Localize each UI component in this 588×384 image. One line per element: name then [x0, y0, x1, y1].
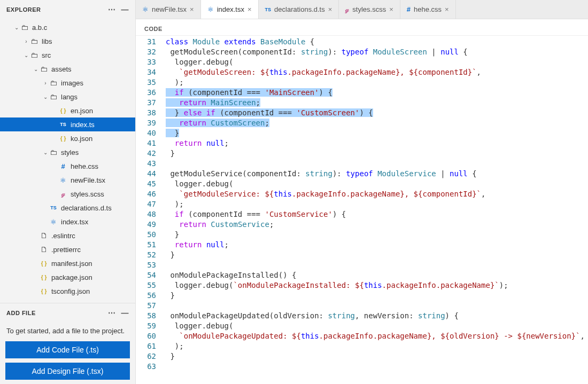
- file-item[interactable]: hehe.css: [0, 159, 135, 173]
- ts-icon: [49, 203, 58, 212]
- file-item[interactable]: index.ts: [0, 117, 135, 131]
- code-line[interactable]: getModuleService(componentId: string): t…: [163, 169, 588, 179]
- folder-icon: [49, 79, 58, 87]
- folder-icon: [30, 37, 38, 45]
- chevron-down-icon: ⌄: [42, 150, 49, 155]
- file-item[interactable]: package.json: [0, 270, 135, 284]
- code-line[interactable]: if (componentId === 'CustomService') {: [163, 209, 588, 220]
- code-line[interactable]: `getModuleService: ${this.packageInfo.pa…: [163, 189, 588, 199]
- file-item[interactable]: en.json: [0, 104, 135, 117]
- tab-styles-scss[interactable]: styles.scss×: [339, 0, 400, 19]
- tree-item-label: styles: [61, 148, 79, 156]
- folder-item[interactable]: ⌄langs: [0, 90, 135, 104]
- code-line[interactable]: );: [163, 199, 588, 209]
- code-line[interactable]: return CustomScreen;: [163, 118, 588, 128]
- tree-item-label: a.b.c: [32, 23, 47, 32]
- folder-icon: [49, 92, 58, 101]
- tab-label: declarations.d.ts: [274, 5, 325, 13]
- minimize-icon[interactable]: —: [121, 5, 129, 14]
- code-line[interactable]: [163, 260, 588, 270]
- line-number: 51: [136, 240, 156, 250]
- code-line[interactable]: onModulePackageUpdated(oldVersion: strin…: [163, 311, 588, 321]
- code-lines[interactable]: class Module extends BaseModule { getMod…: [163, 36, 588, 384]
- folder-item[interactable]: ⌄src: [0, 48, 135, 62]
- code-line[interactable]: onModulePackageInstalled() {: [163, 270, 588, 280]
- tsx-icon: [49, 217, 58, 226]
- more-icon[interactable]: ⋯: [108, 5, 116, 14]
- code-line[interactable]: getModuleScreen(componentId: string): ty…: [163, 47, 588, 57]
- line-gutter: 3132333435363738394041424344454647484950…: [136, 36, 163, 384]
- more-icon[interactable]: ⋯: [108, 309, 116, 317]
- line-number: 46: [136, 189, 156, 199]
- code-line[interactable]: }: [163, 148, 588, 159]
- tab-declarations-d-ts[interactable]: declarations.d.ts×: [259, 0, 339, 19]
- tsx-icon: [59, 176, 67, 184]
- file-item[interactable]: manifest.json: [0, 256, 135, 270]
- file-item[interactable]: index.tsx: [0, 215, 135, 229]
- close-icon[interactable]: ×: [247, 5, 252, 13]
- line-number: 35: [136, 77, 156, 88]
- file-item[interactable]: .prettierrc: [0, 242, 135, 256]
- add-code-file-button[interactable]: Add Code File (.ts): [5, 341, 130, 358]
- tab-index-tsx[interactable]: index.tsx×: [201, 0, 259, 19]
- code-line[interactable]: logger.debug(: [163, 57, 588, 67]
- code-line[interactable]: class Module extends BaseModule {: [163, 37, 588, 47]
- code-line[interactable]: return MainScreen;: [163, 98, 588, 108]
- code-line[interactable]: `onModulePackageUpdated: ${this.packageI…: [163, 331, 588, 341]
- close-icon[interactable]: ×: [190, 5, 194, 13]
- folder-item[interactable]: ⌄assets: [0, 62, 135, 76]
- line-number: 54: [136, 270, 156, 280]
- main-area: newFile.tsx×index.tsx×declarations.d.ts×…: [136, 0, 588, 384]
- code-line[interactable]: `getModuleScreen: ${this.packageInfo.pac…: [163, 67, 588, 77]
- code-line[interactable]: );: [163, 77, 588, 88]
- json-icon: [59, 106, 67, 115]
- addfile-header: ADD FILE ⋯ —: [0, 303, 135, 323]
- code-line[interactable]: return CustomService;: [163, 220, 588, 230]
- line-number: 45: [136, 179, 156, 189]
- code-editor[interactable]: 3132333435363738394041424344454647484950…: [136, 36, 588, 384]
- code-line[interactable]: [163, 159, 588, 169]
- code-line[interactable]: }: [163, 230, 588, 240]
- code-line[interactable]: logger.debug(: [163, 179, 588, 189]
- folder-item[interactable]: ⌄a.b.c: [0, 20, 135, 34]
- file-item[interactable]: .eslintrc: [0, 229, 135, 242]
- add-design-file-button[interactable]: Add Design File (.tsx): [5, 363, 130, 380]
- line-number: 61: [136, 341, 156, 351]
- close-icon[interactable]: ×: [445, 5, 449, 13]
- file-item[interactable]: newFile.tsx: [0, 173, 135, 187]
- minimize-icon[interactable]: —: [121, 309, 129, 317]
- close-icon[interactable]: ×: [389, 5, 393, 13]
- code-line[interactable]: return null;: [163, 240, 588, 250]
- scss-icon: [345, 5, 349, 14]
- code-line[interactable]: );: [163, 341, 588, 351]
- folder-item[interactable]: ›images: [0, 76, 135, 90]
- code-line[interactable]: }: [163, 128, 588, 138]
- code-line[interactable]: } else if (componentId === 'CustomScreen…: [163, 108, 588, 118]
- tab-hehe-css[interactable]: hehe.css×: [400, 0, 456, 19]
- folder-item[interactable]: ›libs: [0, 34, 135, 48]
- line-number: 33: [136, 57, 156, 67]
- tree-item-label: newFile.tsx: [71, 176, 105, 184]
- tree-item-label: .prettierrc: [51, 246, 81, 254]
- code-line[interactable]: [163, 362, 588, 372]
- scss-icon: [59, 190, 67, 198]
- file-item[interactable]: ko.json: [0, 131, 135, 145]
- ts-icon: [265, 7, 272, 12]
- code-line[interactable]: logger.debug(: [163, 321, 588, 331]
- code-line[interactable]: if (componentId === 'MainScreen') {: [163, 88, 588, 98]
- file-item[interactable]: declarations.d.ts: [0, 201, 135, 215]
- code-line[interactable]: return null;: [163, 138, 588, 148]
- code-line[interactable]: }: [163, 250, 588, 260]
- line-number: 37: [136, 98, 156, 108]
- code-line[interactable]: [163, 301, 588, 311]
- file-icon: [40, 231, 48, 240]
- tree-item-label: declarations.d.ts: [61, 204, 112, 212]
- file-item[interactable]: styles.scss: [0, 187, 135, 201]
- code-line[interactable]: logger.debug(`onModulePackageInstalled: …: [163, 280, 588, 291]
- close-icon[interactable]: ×: [328, 5, 332, 13]
- folder-item[interactable]: ⌄styles: [0, 145, 135, 159]
- code-line[interactable]: }: [163, 351, 588, 362]
- tab-newFile-tsx[interactable]: newFile.tsx×: [136, 0, 201, 19]
- file-item[interactable]: tsconfig.json: [0, 284, 135, 298]
- code-line[interactable]: }: [163, 291, 588, 301]
